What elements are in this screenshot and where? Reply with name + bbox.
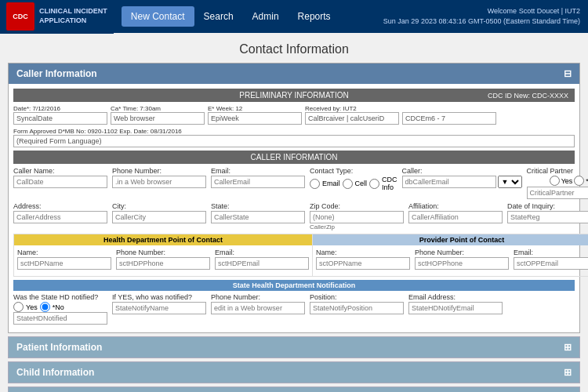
notify-position-group: Position: [310,293,404,314]
address-input[interactable] [13,211,107,223]
caller-name-label: Caller Name: [13,167,107,175]
app-title-line2: APPLICATION [39,16,107,26]
notify-email-input[interactable] [408,302,503,314]
travel-section-header[interactable]: Travel History ⊞ [9,387,579,392]
logo-area: CDC CLINICAL INCIDENT APPLICATION [0,0,114,34]
date-inquiry-group: Date of Inquiry: [507,202,588,223]
critical-partner-radios: Yes *No [527,176,588,199]
notify-position-label: Position: [310,293,404,301]
phone-input[interactable] [112,176,206,188]
ppoc-email-input[interactable] [514,257,588,270]
health-poc-header: Health Department Point of Contact [14,234,312,245]
preliminary-row: Date*: 7/12/2016 Ca* Time: 7:30am E* Wee… [13,105,575,147]
epi-week-input[interactable] [208,112,302,125]
caller-input[interactable] [402,176,496,188]
hpoc-phone-input[interactable] [116,257,210,270]
city-group: City: [112,202,206,223]
notify-email-group: Email Address: [408,293,503,314]
caller-name-input[interactable] [13,176,107,188]
prelim-cdcem-label [402,105,496,112]
prelim-time-label: Ca* Time: 7:30am [111,105,205,112]
ppoc-phone-label: Phone Number: [415,249,509,256]
state-notified-input[interactable] [13,312,107,325]
nav-admin[interactable]: Admin [243,6,289,27]
contact-type-cell-label: Cell [355,180,368,187]
state-input[interactable] [211,211,305,223]
app-title-line1: CLINICAL INCIDENT [39,7,107,16]
provider-poc-header: Provider Point of Contact [313,234,588,245]
notify-position-input[interactable] [310,302,404,314]
caller-row2: Address: City: State: Zip Code: CallerZi… [13,202,575,230]
phone-group: Phone Number: [112,167,206,188]
contact-type-cdc-radio[interactable] [369,179,379,189]
caller-select[interactable]: ▼ [498,176,522,188]
state-label: State: [211,202,305,210]
received-by-input[interactable] [305,112,399,125]
prelim-time: Ca* Time: 7:30am [111,105,205,125]
cdc-logo: CDC [6,2,34,31]
critical-partner-input[interactable] [527,187,588,199]
nav-new-contact[interactable]: New Contact [122,6,194,27]
call-time-input[interactable] [111,112,205,125]
zip-input[interactable] [310,211,404,223]
state-notif-header: State Health Department Notification [13,280,575,291]
provider-poc-panel: Provider Point of Contact Name: Phone Nu… [313,234,588,277]
address-group: Address: [13,202,107,223]
prelim-date-label: Date*: 7/12/2016 [13,105,107,112]
ppoc-email-group: Email: [514,249,588,270]
zip-group: Zip Code: CallerZip [310,202,404,230]
app-title: CLINICAL INCIDENT APPLICATION [39,7,107,25]
contact-type-group: Contact Type: Email Cell CDC Info [310,167,397,191]
affiliation-input[interactable] [408,211,503,223]
critical-partner-label: Critical Partner [527,167,588,175]
ppoc-phone-input[interactable] [415,257,509,270]
patient-section-header[interactable]: Patient Information ⊞ [9,337,579,358]
if-yes-label: If YES, who was notified? [112,293,206,301]
if-yes-input[interactable] [112,302,206,314]
ppoc-name-input[interactable] [316,257,410,270]
cp-no-radio[interactable] [574,176,584,186]
affiliation-group: Affiliation: [408,202,503,223]
prelim-week-label: E* Week: 12 [208,105,302,112]
cdcem-input[interactable] [402,112,496,125]
email-input[interactable] [211,176,305,188]
prelim-form-label: Form Approved D*MB No: 0920-1102 Exp. Da… [13,128,575,135]
health-poc-body: Name: Phone Number: Email: [14,245,312,276]
sync-date-input[interactable] [13,112,107,125]
health-poc-row: Name: Phone Number: Email: [17,249,309,270]
child-section-header[interactable]: Child Information ⊞ [9,362,579,383]
hpoc-email-input[interactable] [215,257,309,270]
travel-history-panel: Travel History ⊞ [8,387,580,392]
contact-type-cdc-label: CDC Info [382,176,397,191]
main-content: Caller Information ⊟ PRELIMINARY INFORMA… [0,63,588,392]
form-lang-input[interactable] [13,135,575,147]
child-expand-icon: ⊞ [564,367,572,378]
contact-type-cell-radio[interactable] [343,179,353,189]
sn-yes-radio[interactable] [13,302,24,312]
patient-information-panel: Patient Information ⊞ [8,336,580,358]
hpoc-name-label: Name: [17,249,111,256]
patient-expand-icon: ⊞ [564,342,572,353]
user-name: Welcome Scott Doucet | IUT2 [383,6,580,17]
hpoc-phone-label: Phone Number: [116,249,210,256]
notify-phone-input[interactable] [211,302,305,314]
date-inquiry-input[interactable] [507,211,588,223]
nav-reports[interactable]: Reports [289,6,340,27]
hpoc-phone-group: Phone Number: [116,249,210,270]
hpoc-name-group: Name: [17,249,111,270]
hpoc-email-group: Email: [215,249,309,270]
city-input[interactable] [112,211,206,223]
state-notified-label: Was the State HD notified? [13,293,107,301]
page-title: Contact Information [0,33,588,63]
date-inquiry-label: Date of Inquiry: [507,202,588,210]
sn-no-label: *No [53,303,64,311]
contact-type-email-radio[interactable] [310,179,320,189]
critical-partner-group: Critical Partner Yes *No [527,167,588,199]
gdc-id-label: CDC ID New: CDC-XXXX [488,92,568,100]
caller-section-header[interactable]: Caller Information ⊟ [9,64,579,84]
cp-yes-radio[interactable] [550,176,560,186]
nav-search[interactable]: Search [194,6,243,27]
hpoc-name-input[interactable] [17,257,111,270]
caller-label: Caller: [402,167,522,175]
sn-no-radio[interactable] [40,302,50,312]
